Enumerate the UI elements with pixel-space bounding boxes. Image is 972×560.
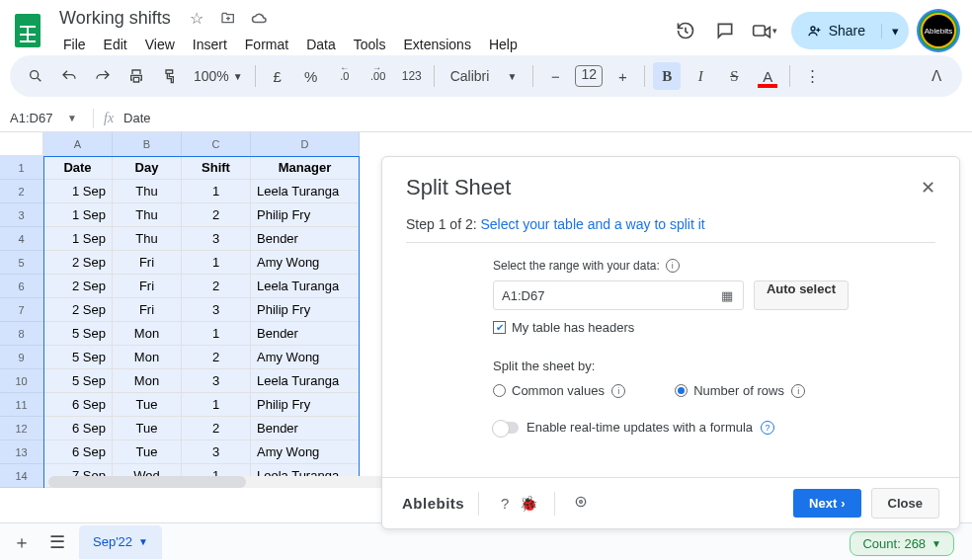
move-icon[interactable]: [218, 8, 238, 28]
has-headers-checkbox[interactable]: ✔ My table has headers: [493, 320, 849, 335]
strike-button[interactable]: S: [720, 62, 748, 90]
bold-button[interactable]: B: [653, 62, 681, 90]
cell[interactable]: Bender: [251, 417, 360, 440]
history-icon[interactable]: [673, 18, 698, 43]
cell[interactable]: 3: [182, 440, 251, 464]
info-icon[interactable]: i: [611, 384, 625, 398]
cell[interactable]: Philip Fry: [251, 393, 360, 417]
increase-font-icon[interactable]: +: [608, 62, 636, 90]
all-sheets-icon[interactable]: ☰: [43, 528, 71, 556]
cell[interactable]: Mon: [113, 346, 182, 369]
comments-icon[interactable]: [712, 18, 738, 43]
paint-format-icon[interactable]: [156, 62, 184, 90]
row-header[interactable]: 7: [0, 298, 43, 322]
zoom-select[interactable]: 100%▼: [190, 68, 247, 84]
cell[interactable]: 1: [182, 180, 251, 203]
cell[interactable]: Bender: [251, 322, 360, 346]
info-icon[interactable]: ?: [761, 421, 774, 435]
sheet-tab[interactable]: Sep'22▼: [79, 525, 162, 559]
cell[interactable]: 2: [182, 275, 251, 298]
cell[interactable]: 2 Sep: [43, 251, 113, 275]
cell[interactable]: Thu: [113, 227, 182, 251]
menu-help[interactable]: Help: [481, 33, 526, 56]
row-header[interactable]: 9: [0, 346, 43, 369]
close-icon[interactable]: ✕: [921, 177, 935, 199]
row-header[interactable]: 8: [0, 322, 43, 346]
text-color-button[interactable]: A: [754, 62, 781, 90]
cell[interactable]: 3: [182, 298, 251, 322]
col-header-d[interactable]: D: [251, 132, 360, 156]
font-size-input[interactable]: 12: [575, 65, 603, 87]
cell[interactable]: Manager: [251, 156, 360, 180]
row-header[interactable]: 13: [0, 440, 43, 464]
cell[interactable]: 2 Sep: [43, 275, 113, 298]
cell[interactable]: 5 Sep: [43, 346, 113, 369]
italic-button[interactable]: I: [687, 62, 714, 90]
cell[interactable]: 3: [182, 369, 251, 393]
cell[interactable]: Leela Turanga: [251, 180, 360, 203]
cell[interactable]: Amy Wong: [251, 440, 360, 464]
cell[interactable]: 2: [182, 417, 251, 440]
font-select[interactable]: Calibri▼: [443, 68, 526, 84]
realtime-toggle[interactable]: Enable real-time updates with a formula …: [493, 420, 849, 435]
count-pill[interactable]: Count: 268▼: [850, 531, 954, 556]
menu-data[interactable]: Data: [298, 33, 344, 56]
settings-icon[interactable]: [569, 494, 593, 513]
meet-icon[interactable]: ▾: [752, 18, 777, 43]
cell[interactable]: 2: [182, 203, 251, 227]
print-icon[interactable]: [122, 62, 150, 90]
document-name[interactable]: Working shifts: [55, 6, 175, 31]
undo-icon[interactable]: [55, 62, 83, 90]
menu-file[interactable]: File: [55, 33, 94, 56]
cell[interactable]: 1 Sep: [43, 203, 113, 227]
radio-number-of-rows[interactable]: Number of rows i: [675, 383, 805, 398]
cell[interactable]: 5 Sep: [43, 369, 113, 393]
star-icon[interactable]: ☆: [187, 8, 206, 28]
cell[interactable]: Mon: [113, 322, 182, 346]
cell[interactable]: Thu: [113, 180, 182, 203]
cell[interactable]: 3: [182, 227, 251, 251]
help-icon[interactable]: ?: [493, 495, 517, 512]
cell[interactable]: Shift: [182, 156, 251, 180]
row-header[interactable]: 6: [0, 275, 43, 298]
cell[interactable]: 1 Sep: [43, 227, 113, 251]
cell[interactable]: Amy Wong: [251, 251, 360, 275]
cell[interactable]: Tue: [113, 440, 182, 464]
cell[interactable]: Fri: [113, 251, 182, 275]
decrease-font-icon[interactable]: −: [541, 62, 569, 90]
cell[interactable]: 1: [182, 322, 251, 346]
bug-icon[interactable]: 🐞: [517, 495, 540, 513]
cell[interactable]: 2: [182, 346, 251, 369]
row-header[interactable]: 11: [0, 393, 43, 417]
cell[interactable]: Mon: [113, 369, 182, 393]
auto-select-button[interactable]: Auto select: [754, 280, 849, 310]
cell[interactable]: Day: [113, 156, 182, 180]
redo-icon[interactable]: [89, 62, 117, 90]
cell[interactable]: Philip Fry: [251, 203, 360, 227]
menu-format[interactable]: Format: [237, 33, 296, 56]
next-button[interactable]: Next›: [793, 489, 861, 518]
row-header[interactable]: 4: [0, 227, 43, 251]
cloud-status-icon[interactable]: [250, 8, 270, 28]
col-header-c[interactable]: C: [182, 132, 251, 156]
range-input[interactable]: A1:D67 ▦: [493, 280, 744, 310]
row-header[interactable]: 2: [0, 180, 43, 203]
cell[interactable]: Leela Turanga: [251, 369, 360, 393]
name-box[interactable]: A1:D67▼: [0, 111, 83, 125]
row-header[interactable]: 10: [0, 369, 43, 393]
row-header[interactable]: 3: [0, 203, 43, 227]
cell[interactable]: Leela Turanga: [251, 275, 360, 298]
radio-common-values[interactable]: Common values i: [493, 383, 625, 398]
info-icon[interactable]: i: [666, 259, 680, 273]
cell[interactable]: 1: [182, 251, 251, 275]
cell[interactable]: Tue: [113, 417, 182, 440]
add-sheet-icon[interactable]: ＋: [8, 528, 36, 556]
cell[interactable]: 6 Sep: [43, 440, 113, 464]
cell[interactable]: Date: [43, 156, 113, 180]
cell[interactable]: 6 Sep: [43, 417, 113, 440]
cell[interactable]: Amy Wong: [251, 346, 360, 369]
search-icon[interactable]: [22, 62, 49, 90]
menu-insert[interactable]: Insert: [185, 33, 235, 56]
share-button[interactable]: Share: [791, 23, 881, 39]
menu-view[interactable]: View: [137, 33, 183, 56]
